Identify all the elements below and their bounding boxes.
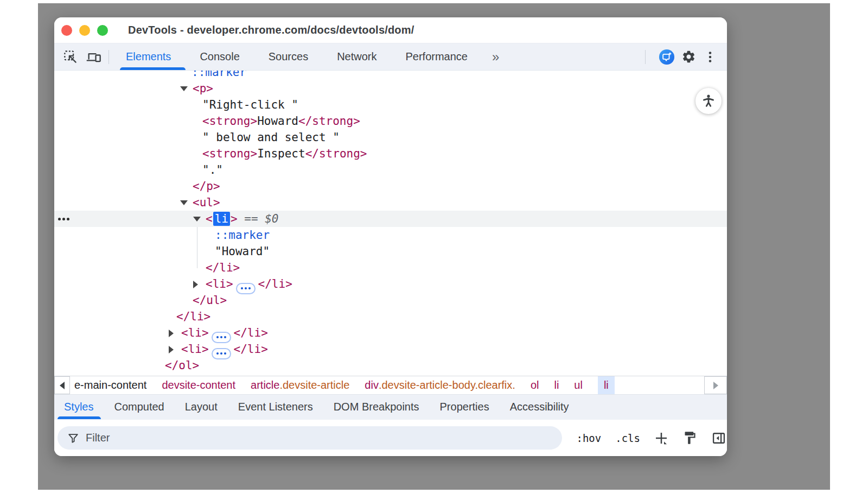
tab-elements[interactable]: Elements [126,43,171,70]
settings-gear-icon[interactable] [680,49,697,65]
code-segment: "." [202,163,223,176]
tab-network[interactable]: Network [337,43,376,70]
window-title: DevTools - developer.chrome.com/docs/dev… [128,24,414,36]
sidebar-tab-styles[interactable]: Styles [64,395,93,419]
code-segment: </p> [193,180,220,193]
styles-sidebar-tabs: StylesComputedLayoutEvent ListenersDOM B… [54,394,727,419]
disclosure-arrow-icon[interactable] [180,86,188,91]
breadcrumb-item[interactable]: li [554,376,559,395]
code-segment: <strong> [202,115,257,128]
crumb-tag: div [365,379,379,391]
tree-row[interactable]: <li></li> [54,341,727,357]
code-segment: ::marker [192,71,246,79]
more-menu-kebab-icon[interactable] [702,49,718,65]
tree-row[interactable]: <ul> [54,194,727,211]
filter-input-container[interactable] [58,426,562,450]
rendering-brush-icon[interactable] [681,429,698,447]
element-classes-button[interactable]: .cls [615,432,640,444]
breadcrumb-item[interactable]: ol [531,376,539,395]
sidebar-tab-event-listeners[interactable]: Event Listeners [238,395,313,419]
tab-console[interactable]: Console [200,43,239,70]
tab-sources[interactable]: Sources [269,43,308,70]
code-segment: <li> [206,277,233,290]
code-segment: <li> [181,343,209,356]
close-window-button[interactable] [61,25,72,36]
code-segment: </li> [234,326,268,339]
tree-row[interactable]: "Right-click " [54,97,727,113]
breadcrumb: e-main-contentdevsite-contentarticle.dev… [54,376,727,394]
toggle-sidebar-panel-icon[interactable] [710,429,727,447]
tree-row[interactable]: </ul> [54,292,727,308]
disclosure-arrow-icon[interactable] [193,281,198,288]
breadcrumb-item[interactable]: li [598,376,615,395]
sidebar-tab-computed[interactable]: Computed [114,395,164,419]
code-segment: <strong> [202,147,257,160]
tree-row[interactable]: <p> [54,80,727,97]
tree-row[interactable]: <li></li> [54,276,727,292]
panel-tabs: ElementsConsoleSourcesNetworkPerformance [126,43,468,70]
toggle-element-state-button[interactable]: :hov [576,432,601,444]
sidebar-tab-label: Event Listeners [238,401,313,413]
sidebar-tab-label: Computed [114,401,164,413]
zoom-window-button[interactable] [97,25,108,36]
breadcrumb-item[interactable]: devsite-content [162,376,235,395]
more-panels-chevron[interactable]: » [492,49,499,65]
tree-row[interactable]: " below and select " [54,129,727,146]
sidebar-tab-layout[interactable]: Layout [185,395,218,419]
sidebar-tab-label: DOM Breakpoints [334,401,419,413]
tree-row[interactable]: </li> [54,308,727,325]
code-segment: </li> [234,343,268,356]
code-segment: <p> [193,82,213,95]
code-segment: </li> [176,310,210,323]
code-segment: <ul> [193,196,220,209]
disclosure-arrow-icon[interactable] [169,330,174,337]
code-segment: Inspect [257,147,305,160]
breadcrumb-scroll-left-button[interactable] [54,376,70,394]
tab-label: Console [200,50,239,63]
tree-row[interactable]: </p> [54,178,727,194]
ai-assistant-icon[interactable] [659,49,675,65]
tree-row[interactable]: </li> [54,260,727,276]
breadcrumb-item[interactable]: div.devsite-article-body.clearfix. [365,376,515,395]
tree-row[interactable]: ::marker [54,227,727,243]
code-segment: " below and select " [202,131,340,144]
disclosure-arrow-icon[interactable] [193,217,201,222]
tree-row[interactable]: </ol> [54,357,727,374]
crumb-tag: ol [531,379,539,391]
crumb-tag: article [251,379,279,391]
disclosure-arrow-icon[interactable] [169,346,174,353]
tree-row[interactable]: <li></li> [54,325,727,341]
minimize-window-button[interactable] [79,25,90,36]
crumb-tag: ul [574,379,583,391]
tree-row[interactable]: <strong>Inspect</strong> [54,146,727,162]
tree-row[interactable]: "." [54,162,727,178]
disclosure-arrow-icon[interactable] [180,200,188,205]
device-toolbar-icon[interactable] [86,49,102,65]
tree-row[interactable]: "Howard" [54,243,727,260]
filter-input[interactable] [86,432,541,444]
breadcrumb-item[interactable]: article.devsite-article [251,376,349,395]
tree-row[interactable]: <strong>Howard</strong> [54,113,727,129]
sidebar-tab-dom-breakpoints[interactable]: DOM Breakpoints [334,395,419,419]
overflow-dots-icon[interactable] [58,211,69,227]
inspect-element-icon[interactable] [62,49,78,65]
breadcrumb-item[interactable]: e-main-content [74,376,146,395]
code-segment: > [231,212,238,225]
sidebar-tab-label: Layout [185,401,218,413]
tree-row[interactable]: <li> == $0 [54,211,727,227]
code-segment: </ul> [193,294,227,307]
sidebar-tab-label: Accessibility [510,401,569,413]
tab-performance[interactable]: Performance [406,43,468,70]
tree-row[interactable]: ::marker [54,71,727,80]
breadcrumb-item[interactable]: ul [574,376,583,395]
new-style-rule-button[interactable] [653,430,669,446]
active-tab-underline [120,67,186,70]
sidebar-tab-properties[interactable]: Properties [440,395,489,419]
code-segment: $0 [265,212,278,225]
chevron-left-icon [60,382,65,389]
breadcrumb-scroll-right-button[interactable] [704,376,727,394]
toolbar-right [645,49,718,65]
sidebar-tab-accessibility[interactable]: Accessibility [510,395,569,419]
chevron-right-icon [713,382,718,389]
code-segment: "Howard" [215,245,270,258]
